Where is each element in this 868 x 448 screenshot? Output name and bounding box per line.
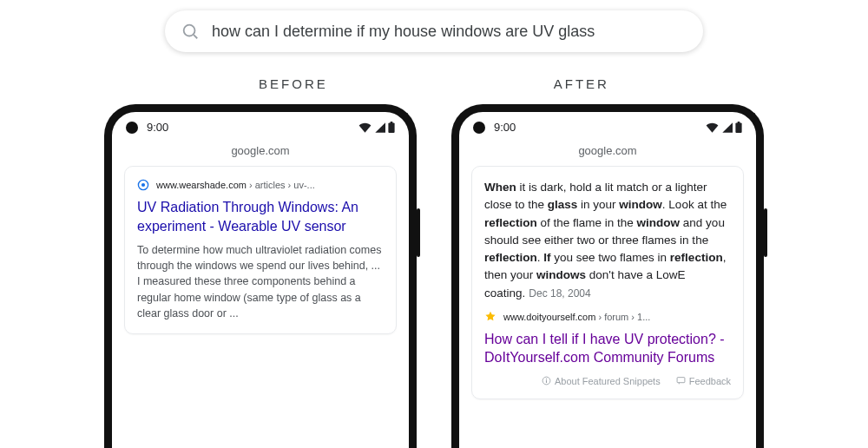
signal-icon (374, 122, 385, 133)
camera-hole (126, 122, 138, 134)
svg-rect-7 (738, 122, 740, 123)
svg-rect-2 (388, 122, 394, 133)
svg-rect-11 (677, 378, 685, 383)
result-domain: www.doityourself.com (503, 312, 595, 322)
feedback-link[interactable]: Feedback (676, 376, 731, 386)
camera-hole (473, 122, 485, 134)
svg-rect-10 (546, 380, 547, 383)
phone-frame: 9:00 google.com When it is dark, hold a … (451, 104, 764, 448)
status-time: 9:00 (147, 121, 168, 134)
address-bar[interactable]: google.com (112, 139, 409, 166)
result-domain: www.wearshade.com (156, 180, 247, 190)
result-path: › articles › uv-... (247, 180, 315, 190)
snippet-text: When it is dark, hold a lit match or a l… (484, 179, 731, 302)
result-title[interactable]: How can I tell if I have UV protection? … (484, 330, 731, 367)
status-icons (358, 122, 395, 133)
svg-rect-6 (735, 122, 741, 133)
signal-icon (721, 122, 733, 133)
result-source: www.wearshade.com › articles › uv-... (137, 179, 384, 191)
after-label: AFTER (554, 76, 609, 91)
svg-point-9 (546, 379, 547, 379)
phone-before: 9:00 google.com www.wearshade.com › a (104, 104, 417, 448)
status-icons (706, 122, 742, 133)
feedback-icon (676, 376, 686, 385)
phone-after: 9:00 google.com When it is dark, hold a … (451, 104, 764, 448)
battery-icon (388, 122, 395, 133)
address-bar[interactable]: google.com (459, 139, 756, 166)
result-source: www.doityourself.com › forum › 1... (484, 311, 731, 323)
snippet-date: Dec 18, 2004 (529, 287, 590, 300)
favicon-icon (137, 179, 149, 191)
featured-snippet-card[interactable]: When it is dark, hold a lit match or a l… (471, 166, 744, 399)
phone-row: 9:00 google.com www.wearshade.com › a (0, 104, 868, 448)
phone-side-button (764, 208, 767, 257)
result-path: › forum › 1... (595, 312, 650, 322)
info-icon (542, 376, 551, 385)
comparison-labels: BEFORE AFTER (0, 76, 868, 91)
search-bar[interactable]: how can I determine if my house windows … (165, 10, 703, 52)
about-snippets-link[interactable]: About Featured Snippets (542, 376, 661, 386)
wifi-icon (358, 122, 372, 133)
battery-icon (735, 122, 742, 133)
phone-side-button (417, 208, 420, 257)
result-title[interactable]: UV Radiation Through Windows: An experim… (137, 198, 384, 235)
wifi-icon (706, 122, 719, 133)
search-result-card[interactable]: www.wearshade.com › articles › uv-... UV… (124, 166, 397, 334)
result-description: To determine how much ultraviolet radiat… (137, 242, 384, 321)
svg-point-5 (141, 183, 145, 187)
status-time: 9:00 (494, 121, 516, 134)
url-text: google.com (231, 144, 289, 157)
phone-frame: 9:00 google.com www.wearshade.com › a (104, 104, 417, 448)
search-icon (181, 22, 200, 41)
status-bar: 9:00 (112, 112, 409, 139)
snippet-footer: About Featured Snippets Feedback (484, 376, 731, 386)
svg-rect-3 (391, 122, 393, 123)
svg-line-1 (194, 35, 197, 38)
favicon-icon (484, 311, 496, 323)
svg-point-0 (184, 25, 195, 36)
before-label: BEFORE (259, 76, 328, 91)
status-bar: 9:00 (459, 112, 756, 139)
search-query-text: how can I determine if my house windows … (212, 23, 595, 41)
url-text: google.com (578, 144, 636, 157)
